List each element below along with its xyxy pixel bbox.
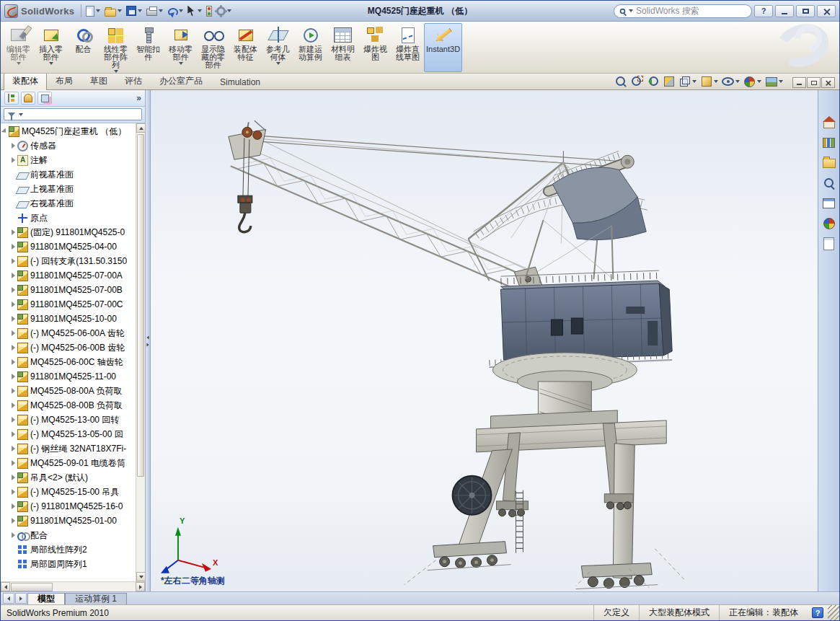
scroll-thumb[interactable] — [137, 134, 144, 477]
tree-vertical-scrollbar[interactable] — [136, 123, 145, 581]
expand-arrow-icon[interactable] — [12, 316, 15, 322]
tree-item[interactable]: MQ4525-09-01 电缆卷筒 — [1, 456, 136, 470]
tree-item[interactable]: 911801MQ4525-07-00A — [1, 268, 136, 283]
tree-item[interactable]: (-) 911801MQ4525-16-0 — [1, 499, 136, 514]
view-toolbar-button[interactable] — [677, 75, 698, 88]
command-tab[interactable]: 办公室产品 — [151, 72, 211, 89]
maximize-button[interactable] — [796, 5, 815, 17]
view-toolbar-button[interactable] — [629, 75, 645, 88]
quick-toolbar-button[interactable] — [124, 4, 144, 17]
ribbon-button[interactable]: 线性零部件阵列 — [100, 23, 132, 72]
minimize-button[interactable] — [775, 5, 794, 17]
expand-arrow-icon[interactable] — [12, 244, 15, 250]
quick-toolbar-button[interactable] — [144, 4, 165, 17]
ribbon-button[interactable]: 装配体特征 — [229, 23, 262, 72]
dropdown-caret-icon[interactable] — [17, 62, 21, 65]
expand-arrow-icon[interactable] — [12, 157, 15, 163]
dropdown-caret-icon[interactable] — [96, 9, 100, 12]
taskpane-button[interactable] — [822, 157, 836, 169]
panel-splitter[interactable] — [146, 90, 151, 591]
tree-item[interactable]: 911801MQ4525-04-00 — [1, 239, 136, 254]
quick-toolbar-button[interactable] — [204, 4, 214, 18]
taskpane-button[interactable] — [822, 116, 836, 129]
graphics-viewport[interactable]: Y X *左右二等角轴测 — [151, 90, 818, 591]
search-scope-caret-icon[interactable] — [629, 9, 633, 12]
filter-caret-icon[interactable] — [19, 113, 23, 116]
view-toolbar-button[interactable] — [661, 75, 676, 88]
tree-filter-input[interactable] — [4, 108, 142, 120]
sheet-tab[interactable]: 运动算例 1 — [65, 593, 127, 604]
status-help-button[interactable]: ? — [812, 607, 823, 618]
tree-item[interactable]: 911801MQ4525-11-00 — [1, 369, 136, 384]
tree-item[interactable]: MQ4525-06-00C 轴齿轮 — [1, 355, 136, 369]
dropdown-caret-icon[interactable] — [779, 80, 783, 83]
tree-item[interactable]: 911801MQ4525-01-00 — [1, 514, 136, 528]
close-button[interactable] — [817, 5, 836, 17]
expand-arrow-icon[interactable] — [12, 301, 15, 307]
tree-item[interactable]: 吊具<2> (默认) — [1, 470, 136, 485]
expand-arrow-icon[interactable] — [12, 402, 15, 408]
view-toolbar-button[interactable] — [614, 75, 629, 88]
tree-item[interactable]: 911801MQ4525-10-00 — [1, 312, 136, 326]
tab-featuremanager[interactable] — [4, 92, 19, 105]
tree-item[interactable]: 右视基准面 — [1, 196, 136, 211]
expand-arrow-icon[interactable] — [12, 417, 15, 423]
tree-item[interactable]: 局部圆周阵列1 — [1, 557, 136, 571]
expand-arrow-icon[interactable] — [12, 359, 15, 365]
tree-item[interactable]: 注解 — [1, 153, 136, 167]
tree-item[interactable]: 上视基准面 — [1, 182, 136, 196]
view-toolbar-button[interactable] — [764, 75, 784, 88]
taskpane-button[interactable] — [822, 237, 836, 250]
expand-arrow-icon[interactable] — [12, 503, 15, 509]
expand-right-icon[interactable] — [146, 343, 149, 346]
tree-item[interactable]: (-) 回转支承(131.50.3150 — [1, 254, 136, 268]
scroll-left-button[interactable] — [1, 582, 10, 591]
expand-arrow-icon[interactable] — [12, 532, 15, 538]
tree-item[interactable]: MQ4525-08-00B 负荷取 — [1, 398, 136, 413]
tree-item[interactable]: 911801MQ4525-07-00B — [1, 283, 136, 297]
dropdown-caret-icon[interactable] — [198, 9, 202, 12]
tab-scroll-right-button[interactable] — [15, 593, 27, 604]
dropdown-caret-icon[interactable] — [114, 70, 118, 73]
view-toolbar-button[interactable] — [645, 75, 660, 88]
ribbon-button[interactable]: 爆炸直线草图 — [392, 23, 424, 72]
tree-item[interactable]: (-) MQ4525-13-05-00 回 — [1, 427, 136, 441]
tab-configurationmanager[interactable] — [37, 92, 52, 105]
command-tab[interactable]: 装配体 — [4, 72, 47, 90]
dropdown-caret-icon[interactable] — [735, 80, 740, 83]
taskpane-button[interactable] — [822, 217, 836, 230]
tree-item[interactable]: (固定) 911801MQ4525-0 — [1, 225, 136, 239]
ribbon-button[interactable]: 智能扣件 — [132, 23, 164, 72]
scroll-up-button[interactable] — [136, 123, 146, 133]
command-tab[interactable]: 草图 — [81, 72, 116, 89]
expand-arrow-icon[interactable] — [12, 273, 15, 278]
ribbon-button[interactable]: 移动零部件 — [164, 23, 197, 72]
tree-item[interactable]: (-) MQ4525-13-00 回转 — [1, 413, 136, 427]
tree-item[interactable]: (-) MQ4525-06-00B 齿轮 — [1, 340, 136, 355]
expand-arrow-icon[interactable] — [12, 388, 15, 394]
tree-item[interactable]: (-) MQ4525-15-00 吊具 — [1, 485, 136, 499]
dropdown-caret-icon[interactable] — [692, 80, 697, 83]
scroll-thumb[interactable] — [11, 583, 53, 591]
ribbon-button[interactable]: 材料明细表 — [327, 23, 359, 72]
dropdown-caret-icon[interactable] — [179, 62, 183, 65]
ribbon-button[interactable]: 参考几何体 — [262, 23, 294, 72]
tab-scroll-left-button[interactable] — [3, 593, 14, 604]
scroll-right-button[interactable] — [136, 582, 145, 591]
dropdown-caret-icon[interactable] — [49, 62, 53, 65]
expand-arrow-icon[interactable] — [12, 475, 15, 480]
scroll-track[interactable] — [136, 133, 145, 572]
doc-minimize-button[interactable] — [792, 77, 806, 88]
doc-close-button[interactable] — [821, 77, 835, 88]
panel-overflow-chevron[interactable]: » — [136, 93, 141, 103]
dropdown-caret-icon[interactable] — [227, 9, 231, 12]
tree-item[interactable]: MQ4525-08-00A 负荷取 — [1, 384, 136, 398]
tree-item[interactable]: 911801MQ4525-07-00C — [1, 297, 136, 312]
expand-arrow-icon[interactable] — [12, 345, 15, 351]
dropdown-caret-icon[interactable] — [276, 62, 280, 65]
doc-restore-button[interactable] — [807, 77, 821, 88]
tree-item[interactable]: 前视基准面 — [1, 167, 136, 182]
quick-toolbar-button[interactable] — [214, 5, 234, 17]
command-tab[interactable]: 评估 — [116, 72, 151, 89]
expand-arrow-icon[interactable] — [12, 431, 15, 437]
